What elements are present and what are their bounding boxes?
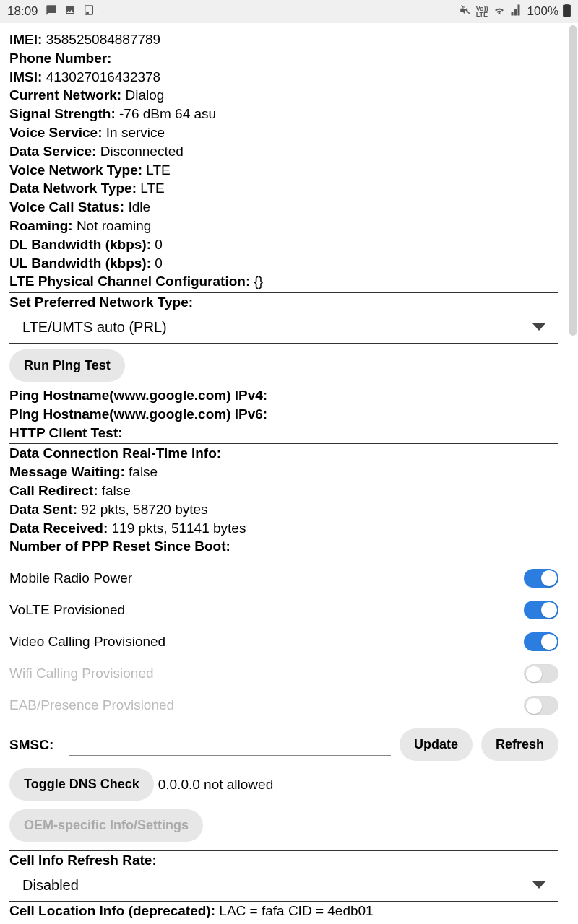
preferred-network-selected: LTE/UMTS auto (PRL) <box>22 319 167 336</box>
wifi-calling-provisioned-toggle <box>524 664 558 683</box>
run-ping-test-button[interactable]: Run Ping Test <box>9 349 125 382</box>
dropdown-arrow-icon <box>532 323 545 331</box>
data-connection-realtime-header: Data Connection Real-Time Info: <box>9 445 221 461</box>
current-network-label: Current Network: <box>9 87 121 103</box>
video-calling-provisioned-toggle[interactable] <box>524 632 558 651</box>
scrollbar[interactable] <box>569 25 577 336</box>
phone-number-label: Phone Number: <box>9 51 111 66</box>
imei-label: IMEI: <box>9 32 42 47</box>
ul-bandwidth-label: UL Bandwidth (kbps): <box>9 256 151 271</box>
dl-bandwidth-value: 0 <box>155 237 163 252</box>
voice-network-type-label: Voice Network Type: <box>9 162 142 178</box>
volte-provisioned-toggle[interactable] <box>524 601 558 619</box>
mobile-radio-power-row: Mobile Radio Power <box>9 562 558 594</box>
data-network-type-value: LTE <box>140 180 164 196</box>
voice-call-status-label: Voice Call Status: <box>9 199 124 214</box>
status-time: 18:09 <box>7 4 38 19</box>
data-received-label: Data Received: <box>9 520 108 536</box>
battery-percent: 100% <box>527 4 558 19</box>
volte-provisioned-row: VoLTE Provisioned <box>9 594 558 626</box>
wifi-icon <box>493 4 506 20</box>
notification-chat-icon <box>46 4 57 19</box>
ping-ipv6-label: Ping Hostname(www.google.com) IPv6: <box>9 406 267 422</box>
oem-specific-info-button[interactable]: OEM-specific Info/Settings <box>9 809 203 842</box>
video-calling-provisioned-row: Video Calling Provisioned <box>9 626 558 658</box>
current-network-value: Dialog <box>125 87 164 103</box>
data-sent-label: Data Sent: <box>9 502 77 517</box>
wifi-calling-provisioned-label: Wifi Calling Provisioned <box>9 666 154 681</box>
notification-dot-icon: · <box>102 6 104 17</box>
http-client-test-label: HTTP Client Test: <box>9 425 123 440</box>
imei-value: 358525084887789 <box>46 32 161 47</box>
smsc-input[interactable] <box>69 734 391 756</box>
ppp-reset-label: Number of PPP Reset Since Boot: <box>9 539 230 554</box>
smsc-refresh-button[interactable]: Refresh <box>481 728 558 761</box>
ping-ipv4-label: Ping Hostname(www.google.com) IPv4: <box>9 388 267 403</box>
call-redirect-label: Call Redirect: <box>9 483 98 498</box>
data-service-label: Data Service: <box>9 144 96 159</box>
dl-bandwidth-label: DL Bandwidth (kbps): <box>9 237 151 252</box>
mobile-radio-power-label: Mobile Radio Power <box>9 570 132 586</box>
notification-image-icon <box>64 4 76 19</box>
voice-call-status-value: Idle <box>128 199 150 214</box>
notification-card-icon <box>83 4 95 19</box>
cell-location-info-value: LAC = fafa CID = 4edb01 <box>219 903 373 918</box>
cell-info-refresh-rate-dropdown[interactable]: Disabled <box>9 871 558 899</box>
dns-status-text: 0.0.0.0 not allowed <box>158 777 274 793</box>
imsi-label: IMSI: <box>9 69 42 84</box>
signal-strength-value: -76 dBm 64 asu <box>119 106 216 121</box>
imsi-value: 413027016432378 <box>46 69 161 84</box>
dropdown-arrow-icon <box>532 881 545 889</box>
video-calling-provisioned-label: Video Calling Provisioned <box>9 634 165 650</box>
mute-icon <box>459 4 472 20</box>
svg-rect-3 <box>565 4 569 5</box>
svg-point-1 <box>86 12 88 14</box>
smsc-update-button[interactable]: Update <box>400 728 473 761</box>
status-bar: 18:09 · Vo))LTE 100% <box>0 0 578 23</box>
lte-pcc-value: {} <box>254 274 264 289</box>
data-sent-value: 92 pkts, 58720 bytes <box>81 502 207 517</box>
voice-service-value: In service <box>106 125 165 140</box>
eab-presence-provisioned-row: EAB/Presence Provisioned <box>9 689 558 721</box>
data-network-type-label: Data Network Type: <box>9 180 137 196</box>
cell-info-refresh-rate-selected: Disabled <box>22 877 79 894</box>
eab-presence-provisioned-toggle <box>524 696 558 715</box>
mobile-radio-power-toggle[interactable] <box>524 569 558 588</box>
smsc-label: SMSC: <box>9 737 53 753</box>
cell-location-info-label: Cell Location Info (deprecated): <box>9 903 215 918</box>
lte-pcc-label: LTE Physical Channel Configuration: <box>9 274 250 289</box>
eab-presence-provisioned-label: EAB/Presence Provisioned <box>9 697 174 713</box>
preferred-network-label: Set Preferred Network Type: <box>9 295 193 310</box>
roaming-label: Roaming: <box>9 218 73 233</box>
data-received-value: 119 pkts, 51141 bytes <box>112 520 246 536</box>
volte-icon: Vo))LTE <box>476 6 488 17</box>
call-redirect-value: false <box>102 483 131 498</box>
battery-icon <box>563 4 571 20</box>
roaming-value: Not roaming <box>77 218 152 233</box>
wifi-calling-provisioned-row: Wifi Calling Provisioned <box>9 658 558 689</box>
message-waiting-value: false <box>129 464 158 479</box>
signal-strength-label: Signal Strength: <box>9 106 116 121</box>
cell-info-refresh-rate-label: Cell Info Refresh Rate: <box>9 853 157 868</box>
svg-rect-2 <box>563 4 571 16</box>
signal-icon <box>510 4 523 20</box>
data-service-value: Disconnected <box>100 144 184 159</box>
voice-service-label: Voice Service: <box>9 125 103 140</box>
toggle-dns-check-button[interactable]: Toggle DNS Check <box>9 768 154 801</box>
message-waiting-label: Message Waiting: <box>9 464 125 479</box>
voice-network-type-value: LTE <box>146 162 170 178</box>
ul-bandwidth-value: 0 <box>155 256 163 271</box>
preferred-network-dropdown[interactable]: LTE/UMTS auto (PRL) <box>9 313 558 341</box>
volte-provisioned-label: VoLTE Provisioned <box>9 602 125 618</box>
